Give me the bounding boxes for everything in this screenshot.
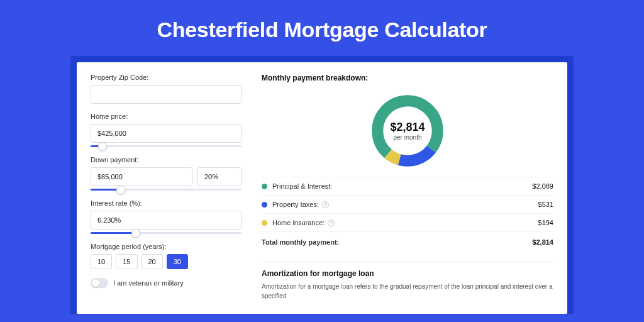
form-column: Property Zip Code: Home price: Down paym… xyxy=(91,74,242,314)
rate-input[interactable] xyxy=(91,211,242,230)
down-payment-input[interactable] xyxy=(91,167,192,186)
legend-value: $2,089 xyxy=(532,182,553,190)
veteran-toggle[interactable] xyxy=(91,278,108,288)
home-price-field: Home price: xyxy=(91,113,242,147)
amortization-title: Amortization for mortgage loan xyxy=(262,269,553,278)
donut-wrap: $2,814 per month xyxy=(262,87,553,177)
home-price-slider-thumb[interactable] xyxy=(98,142,107,151)
amortization-section: Amortization for mortgage loan Amortizat… xyxy=(262,261,553,301)
page-title: Chesterfield Mortgage Calculator xyxy=(0,0,644,56)
down-payment-slider[interactable] xyxy=(91,189,242,191)
donut-sub: per month xyxy=(393,134,421,141)
veteran-toggle-knob xyxy=(92,279,99,287)
legend-total-label: Total monthly payment: xyxy=(262,238,339,246)
donut-chart: $2,814 per month xyxy=(368,91,447,170)
calculator-card: Property Zip Code: Home price: Down paym… xyxy=(77,62,567,314)
breakdown-column: Monthly payment breakdown: $2,814 per mo… xyxy=(262,74,553,314)
period-label: Mortgage period (years): xyxy=(91,243,242,250)
legend-total-row: Total monthly payment:$2,814 xyxy=(262,232,553,252)
card-frame: Property Zip Code: Home price: Down paym… xyxy=(70,56,574,314)
legend-dot xyxy=(262,220,267,226)
legend-dot xyxy=(262,184,267,189)
legend-label: Principal & Interest: xyxy=(272,182,332,190)
period-option-15[interactable]: 15 xyxy=(116,254,137,269)
period-option-30[interactable]: 30 xyxy=(167,254,188,269)
amortization-text: Amortization for a mortgage loan refers … xyxy=(262,282,553,301)
home-price-label: Home price: xyxy=(91,113,242,120)
home-price-slider[interactable] xyxy=(91,145,242,147)
veteran-label: I am veteran or military xyxy=(113,279,184,287)
rate-slider-thumb[interactable] xyxy=(131,229,140,238)
down-payment-pct-input[interactable] xyxy=(197,167,242,186)
legend-label: Home insurance: xyxy=(272,219,325,226)
donut-center: $2,814 per month xyxy=(368,91,447,170)
rate-slider-fill xyxy=(91,232,136,234)
rate-slider[interactable] xyxy=(91,232,242,234)
info-icon[interactable]: ? xyxy=(328,219,335,226)
info-icon[interactable]: ? xyxy=(322,201,329,208)
down-payment-field: Down payment: xyxy=(91,156,242,191)
down-payment-slider-thumb[interactable] xyxy=(116,186,125,194)
rate-label: Interest rate (%): xyxy=(91,199,242,207)
legend-total-value: $2,814 xyxy=(532,238,553,246)
veteran-row: I am veteran or military xyxy=(91,278,242,288)
period-option-20[interactable]: 20 xyxy=(142,254,163,269)
legend-dot xyxy=(262,202,267,208)
home-price-input[interactable] xyxy=(91,124,242,143)
zip-label: Property Zip Code: xyxy=(91,74,242,81)
down-payment-label: Down payment: xyxy=(91,156,242,164)
legend-value: $531 xyxy=(538,201,553,208)
legend-row: Home insurance:?$194 xyxy=(262,214,553,232)
period-option-10[interactable]: 10 xyxy=(91,254,112,269)
breakdown-title: Monthly payment breakdown: xyxy=(262,74,553,82)
legend: Principal & Interest:$2,089Property taxe… xyxy=(262,177,553,252)
rate-field: Interest rate (%): xyxy=(91,199,242,234)
period-field: Mortgage period (years): 10152030 xyxy=(91,243,242,269)
donut-amount: $2,814 xyxy=(390,121,425,134)
legend-label: Property taxes: xyxy=(272,201,319,208)
period-options: 10152030 xyxy=(91,254,242,269)
legend-row: Property taxes:?$531 xyxy=(262,196,553,214)
zip-input[interactable] xyxy=(91,85,242,104)
legend-row: Principal & Interest:$2,089 xyxy=(262,177,553,196)
zip-field: Property Zip Code: xyxy=(91,74,242,104)
legend-value: $194 xyxy=(538,219,553,226)
